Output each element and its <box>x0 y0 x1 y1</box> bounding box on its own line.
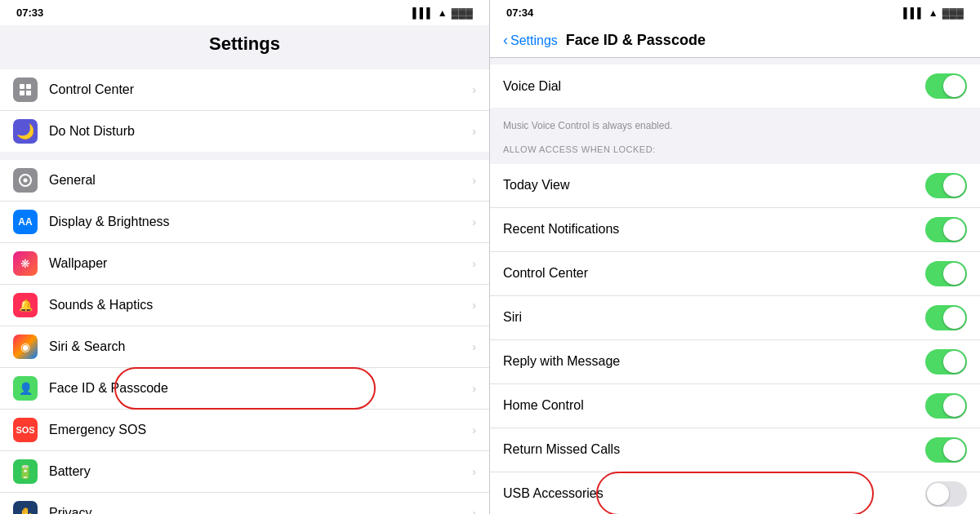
face-id-chevron: › <box>472 382 476 395</box>
siri-chevron: › <box>472 340 476 353</box>
back-button[interactable]: ‹ Settings <box>503 32 558 49</box>
siri-label: Siri <box>503 310 925 325</box>
general-icon <box>13 168 38 193</box>
settings-section-1: Control Center › 🌙 Do Not Disturb › <box>0 69 489 152</box>
wallpaper-icon: ❋ <box>13 251 38 276</box>
row-home-control[interactable]: Home Control <box>490 384 980 428</box>
battery-icon: ▓▓▓ <box>452 7 473 19</box>
display-brightness-label: Display & Brightness <box>49 215 472 229</box>
row-display-brightness[interactable]: AA Display & Brightness › <box>0 202 489 243</box>
left-status-bar: 07:33 ▌▌▌ ▲ ▓▓▓ <box>0 0 489 25</box>
general-label: General <box>49 173 472 188</box>
row-siri[interactable]: Siri <box>490 296 980 340</box>
locked-rows-section: Today View Recent Notifications Control … <box>490 164 980 514</box>
today-view-label: Today View <box>503 178 925 193</box>
control-center-chevron: › <box>472 83 476 96</box>
left-status-icons: ▌▌▌ ▲ ▓▓▓ <box>412 7 473 19</box>
wifi-icon: ▲ <box>438 7 448 19</box>
row-privacy[interactable]: ✋ Privacy › <box>0 493 489 514</box>
row-recent-notifications[interactable]: Recent Notifications <box>490 208 980 252</box>
row-siri-search[interactable]: ◉ Siri & Search › <box>0 326 489 368</box>
left-time: 07:33 <box>16 7 43 19</box>
face-id-label: Face ID & Passcode <box>49 381 472 396</box>
today-view-toggle[interactable] <box>925 173 967 198</box>
left-panel: 07:33 ▌▌▌ ▲ ▓▓▓ Settings Control Cente <box>0 0 490 514</box>
recent-notifications-toggle[interactable] <box>925 217 967 242</box>
row-return-missed-calls[interactable]: Return Missed Calls <box>490 428 980 472</box>
svg-point-5 <box>24 179 28 183</box>
do-not-disturb-icon: 🌙 <box>13 119 38 144</box>
today-view-knob <box>943 175 965 197</box>
right-nav-bar: ‹ Settings Face ID & Passcode <box>490 25 980 58</box>
row-right-control-center[interactable]: Control Center <box>490 252 980 296</box>
siri-toggle[interactable] <box>925 305 967 330</box>
recent-notifications-label: Recent Notifications <box>503 222 925 237</box>
row-today-view[interactable]: Today View <box>490 164 980 208</box>
row-control-center[interactable]: Control Center › <box>0 69 489 111</box>
wallpaper-label: Wallpaper <box>49 256 472 271</box>
battery-chevron: › <box>472 465 476 478</box>
sounds-chevron: › <box>472 299 476 312</box>
row-voice-dial[interactable]: Voice Dial <box>490 64 980 108</box>
row-sounds-haptics[interactable]: 🔔 Sounds & Haptics › <box>0 285 489 326</box>
privacy-label: Privacy <box>49 506 472 514</box>
right-content: Voice Dial Music Voice Control is always… <box>490 58 980 514</box>
row-face-id-passcode[interactable]: 👤 Face ID & Passcode › <box>0 368 489 410</box>
svg-rect-3 <box>26 91 31 95</box>
home-control-label: Home Control <box>503 398 925 413</box>
privacy-icon: ✋ <box>13 501 38 514</box>
right-time: 07:34 <box>506 7 533 19</box>
row-reply-with-message[interactable]: Reply with Message <box>490 340 980 384</box>
wallpaper-chevron: › <box>472 257 476 270</box>
right-control-center-label: Control Center <box>503 266 925 281</box>
locked-section-header: ALLOW ACCESS WHEN LOCKED: <box>490 140 980 157</box>
back-chevron-icon: ‹ <box>503 32 508 49</box>
right-control-center-toggle[interactable] <box>925 261 967 286</box>
usb-accessories-label: USB Accessories <box>503 486 925 501</box>
right-status-icons: ▌▌▌ ▲ ▓▓▓ <box>903 7 964 19</box>
home-control-knob <box>943 395 965 417</box>
right-battery-icon: ▓▓▓ <box>942 7 964 19</box>
battery-label: Battery <box>49 464 472 479</box>
usb-accessories-toggle[interactable] <box>925 481 967 507</box>
sounds-haptics-label: Sounds & Haptics <box>49 298 472 312</box>
display-brightness-icon: AA <box>13 210 38 234</box>
emergency-sos-icon: SOS <box>13 418 38 442</box>
voice-dial-toggle-knob <box>943 75 965 97</box>
siri-search-icon: ◉ <box>13 335 38 359</box>
reply-message-knob <box>943 351 965 373</box>
return-missed-calls-label: Return Missed Calls <box>503 442 925 457</box>
battery-icon-row: 🔋 <box>13 459 38 484</box>
right-status-bar: 07:34 ▌▌▌ ▲ ▓▓▓ <box>490 0 980 25</box>
back-label: Settings <box>510 33 558 48</box>
reply-with-message-label: Reply with Message <box>503 354 925 369</box>
row-do-not-disturb[interactable]: 🌙 Do Not Disturb › <box>0 111 489 152</box>
dnd-chevron: › <box>472 125 476 138</box>
privacy-chevron: › <box>472 507 476 514</box>
emergency-chevron: › <box>472 423 476 436</box>
svg-rect-1 <box>26 84 31 89</box>
home-control-toggle[interactable] <box>925 393 967 419</box>
right-cc-knob <box>943 263 965 285</box>
right-panel: 07:34 ▌▌▌ ▲ ▓▓▓ ‹ Settings Face ID & Pas… <box>490 0 980 514</box>
svg-rect-0 <box>20 84 24 89</box>
reply-message-toggle[interactable] <box>925 349 967 374</box>
face-id-icon: 👤 <box>13 376 38 401</box>
display-chevron: › <box>472 215 476 228</box>
row-usb-accessories[interactable]: USB Accessories <box>490 472 980 514</box>
control-center-label: Control Center <box>49 82 472 97</box>
voice-dial-section: Voice Dial <box>490 64 980 108</box>
row-battery[interactable]: 🔋 Battery › <box>0 451 489 493</box>
voice-dial-toggle[interactable] <box>925 73 967 99</box>
settings-section-2: General › AA Display & Brightness › ❋ Wa… <box>0 160 489 514</box>
row-wallpaper[interactable]: ❋ Wallpaper › <box>0 243 489 285</box>
svg-rect-2 <box>20 91 24 95</box>
settings-list: Control Center › 🌙 Do Not Disturb › Gene… <box>0 61 489 514</box>
row-general[interactable]: General › <box>0 160 489 202</box>
return-missed-calls-toggle[interactable] <box>925 437 967 463</box>
control-center-icon <box>13 78 38 102</box>
usb-knob <box>927 483 949 505</box>
general-chevron: › <box>472 174 476 187</box>
sounds-haptics-icon: 🔔 <box>13 293 38 317</box>
row-emergency-sos[interactable]: SOS Emergency SOS › <box>0 410 489 451</box>
